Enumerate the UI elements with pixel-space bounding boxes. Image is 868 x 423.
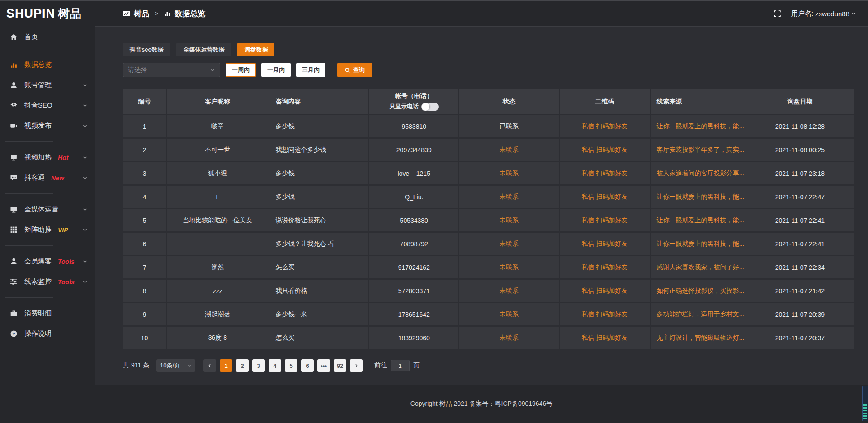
goto-label: 前往 — [374, 362, 387, 370]
source-link[interactable]: 无主灯设计，智能磁吸轨道灯... — [657, 334, 745, 342]
page-button-6[interactable]: 6 — [301, 359, 314, 372]
cell-content: 怎么买 — [269, 327, 370, 350]
page-button-92[interactable]: 92 — [334, 359, 346, 372]
range-button-3[interactable]: 三月内 — [296, 63, 326, 77]
page-button-2[interactable]: 2 — [236, 359, 249, 372]
cell-content: 多少钱一米 — [269, 303, 370, 327]
tab-2[interactable]: 全媒体运营数据 — [176, 43, 231, 56]
sidebar-item-doukertong[interactable]: 抖客通New — [0, 168, 95, 188]
cell-content: 说说价格让我死心 — [269, 209, 370, 233]
account-select[interactable]: 请选择 — [123, 63, 220, 77]
chevron-down-icon — [82, 175, 88, 181]
sidebar-item-data-overview[interactable]: 数据总览 — [0, 55, 95, 75]
inquiry-table: 编号 客户昵称 咨询内容 帐号（电话） 只显示电话 状态 二维码 — [123, 89, 854, 350]
sidebar-item-label: 全媒体运营 — [24, 205, 58, 214]
qrcode-link[interactable]: 私信 扫码加好友 — [581, 122, 627, 131]
table-row: 8zzz我只看价格572803371未联系私信 扫码加好友如何正确选择投影仪，买… — [123, 280, 854, 303]
cell-date: 2021-11-07 20:39 — [745, 303, 854, 327]
search-button[interactable]: 查询 — [337, 63, 372, 77]
bar-chart-icon — [10, 61, 18, 69]
qrcode-link[interactable]: 私信 扫码加好友 — [581, 334, 627, 342]
cell-nickname — [167, 233, 269, 256]
cell-content: 我想问这个多少钱 — [269, 139, 370, 162]
sidebar-badge: Hot — [58, 154, 68, 161]
sidebar-item-home[interactable]: 首页 — [0, 27, 95, 47]
fullscreen-icon[interactable] — [774, 10, 781, 18]
source-link[interactable]: 客厅安装投影半年多了，真实... — [657, 146, 745, 154]
qrcode-link[interactable]: 私信 扫码加好友 — [581, 310, 627, 319]
page-button-1[interactable]: 1 — [220, 359, 232, 372]
goto-page: 前往 页 — [374, 360, 420, 371]
page-size-value: 10条/页 — [160, 362, 180, 370]
cell-date: 2021-11-07 22:34 — [745, 256, 854, 280]
range-button-1[interactable]: 一周内 — [226, 63, 256, 77]
phone-only-toggle[interactable] — [421, 103, 439, 111]
tab-1[interactable]: 抖音seo数据 — [123, 43, 170, 56]
tab-3[interactable]: 询盘数据 — [237, 43, 274, 56]
cell-no: 7 — [123, 256, 167, 280]
source-link[interactable]: 感谢大家喜欢我家，被问了好... — [657, 263, 745, 272]
cell-account: Q_Liu. — [369, 186, 459, 209]
sidebar-item-label: 会员爆客 — [24, 257, 52, 266]
breadcrumb-current: 数据总览 — [175, 9, 205, 19]
sidebar-item-douyin-seo[interactable]: 抖音SEO — [0, 95, 95, 116]
header-account-title: 帐号（电话） — [395, 92, 433, 100]
goto-page-input[interactable] — [391, 360, 410, 371]
prev-page-button[interactable] — [203, 359, 216, 372]
sidebar-item-leads-monitor[interactable]: 线索监控Tools — [0, 272, 95, 292]
header-nickname: 客户昵称 — [167, 89, 269, 115]
next-page-button[interactable] — [350, 359, 363, 372]
page-ellipsis-button[interactable]: ••• — [317, 359, 330, 372]
logo-brand-cn: 树品 — [58, 8, 81, 19]
sidebar-item-instructions[interactable]: ?操作说明 — [0, 324, 95, 344]
source-link[interactable]: 让你一眼就爱上的黑科技，能... — [657, 193, 745, 201]
sidebar-item-video-heat[interactable]: 视频加热Hot — [0, 147, 95, 168]
sidebar-item-member-burst[interactable]: 会员爆客Tools — [0, 251, 95, 272]
qrcode-link[interactable]: 私信 扫码加好友 — [581, 193, 627, 201]
source-link[interactable]: 让你一眼就爱上的黑科技，能... — [657, 122, 745, 131]
select-placeholder: 请选择 — [128, 66, 147, 74]
page-button-5[interactable]: 5 — [285, 359, 297, 372]
total-count: 共 911 条 — [123, 362, 149, 370]
qrcode-link[interactable]: 私信 扫码加好友 — [581, 240, 627, 248]
logo[interactable]: SHUPIN 树品 — [0, 1, 95, 26]
qrcode-link[interactable]: 私信 扫码加好友 — [581, 263, 627, 272]
source-link[interactable]: 让你一眼就爱上的黑科技，能... — [657, 240, 745, 248]
sidebar-item-account-management[interactable]: 账号管理 — [0, 75, 95, 95]
data-tabs: 抖音seo数据全媒体运营数据询盘数据 — [123, 43, 854, 56]
status-badge: 未联系 — [500, 216, 519, 225]
user-menu[interactable]: 用户名: zswodun88 — [791, 9, 856, 18]
source-link[interactable]: 多功能护栏灯，适用于乡村文... — [657, 310, 745, 319]
source-link[interactable]: 让你一眼就爱上的黑科技，能... — [657, 216, 745, 225]
source-link[interactable]: 被大家追着问的客厅投影分享... — [657, 169, 745, 178]
cell-nickname: 36度 8 — [167, 327, 269, 350]
chevron-down-icon — [82, 279, 88, 285]
sidebar-item-media-operation[interactable]: 全媒体运营 — [0, 199, 95, 220]
sidebar-badge: VIP — [58, 226, 68, 234]
table-row: 7觉然怎么买917024162未联系私信 扫码加好友感谢大家喜欢我家，被问了好.… — [123, 256, 854, 280]
logo-brand-en: SHUPIN — [6, 8, 55, 20]
svg-text:?: ? — [13, 331, 15, 336]
source-link[interactable]: 如何正确选择投影仪，买投影... — [657, 287, 745, 295]
page-size-select[interactable]: 10条/页 — [156, 359, 195, 372]
sidebar-item-expense-detail[interactable]: 消费明细 — [0, 303, 95, 324]
qrcode-link[interactable]: 私信 扫码加好友 — [581, 216, 627, 225]
sidebar-item-label: 操作说明 — [24, 329, 52, 338]
chevron-down-icon — [82, 155, 88, 160]
page-button-3[interactable]: 3 — [252, 359, 265, 372]
qrcode-link[interactable]: 私信 扫码加好友 — [581, 287, 627, 295]
breadcrumb-root[interactable]: 树品 — [134, 9, 149, 19]
range-button-2[interactable]: 一月内 — [261, 63, 291, 77]
status-badge: 未联系 — [500, 263, 519, 272]
qrcode-link[interactable]: 私信 扫码加好友 — [581, 146, 627, 154]
search-button-label: 查询 — [353, 66, 365, 74]
app-chart-icon — [123, 10, 130, 17]
sidebar-item-matrix-boost[interactable]: 矩阵助推VIP — [0, 220, 95, 240]
cell-account: 70898792 — [369, 233, 459, 256]
cell-content: 我只看价格 — [269, 280, 370, 303]
qrcode-link[interactable]: 私信 扫码加好友 — [581, 169, 627, 178]
sidebar-item-video-publish[interactable]: 视频发布 — [0, 116, 95, 136]
comment-icon — [10, 174, 18, 182]
page-button-4[interactable]: 4 — [269, 359, 281, 372]
table-body: 1啵章多少钱9583810已联系私信 扫码加好友让你一眼就爱上的黑科技，能...… — [123, 115, 854, 350]
